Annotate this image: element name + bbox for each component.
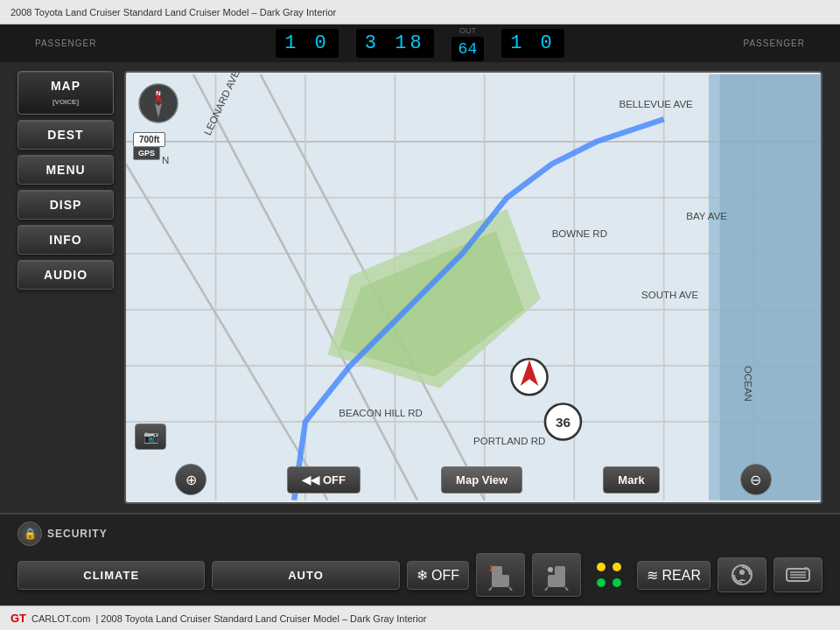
security-row: 🔒 SECURITY: [18, 522, 822, 546]
front-seat-icon: [487, 559, 514, 591]
dashboard-display: PASSENGER 1 0 3 18 OUT 64 1 0 PASSENGER: [0, 24, 840, 62]
svg-rect-38: [492, 575, 509, 587]
fan-off-label: ❄ OFF: [416, 567, 459, 584]
nav-btn-map[interactable]: MAP[VOICE]: [18, 71, 114, 115]
indicator-yellow-2: [612, 563, 621, 571]
svg-point-42: [548, 567, 553, 572]
display-left-value: 1 0: [276, 29, 339, 58]
indicator-dots-panel: [588, 556, 630, 594]
security-label: SECURITY: [47, 528, 108, 540]
top-title: 2008 Toyota Land Cruiser Standard Land C…: [10, 7, 336, 18]
svg-rect-20: [720, 74, 821, 500]
compass: N: [136, 81, 180, 125]
fan-rear-button[interactable]: ≋ REAR: [637, 561, 710, 590]
svg-text:BELLEVUE AVE: BELLEVUE AVE: [619, 100, 693, 110]
svg-text:BOWNE RD: BOWNE RD: [552, 228, 607, 239]
indicator-green-1: [597, 578, 606, 587]
bottom-watermark-bar: GT CARLOT.com | 2008 Toyota Land Cruiser…: [0, 606, 840, 630]
indicator-top-row: [595, 561, 623, 573]
nav-btn-menu[interactable]: MENU: [18, 155, 114, 185]
scale-bar: 700ft: [133, 132, 165, 147]
zoom-in-button[interactable]: ⊕: [175, 464, 206, 495]
indicator-yellow-1: [597, 563, 606, 571]
svg-rect-40: [548, 575, 565, 587]
nav-unit: MAP[VOICE] DEST MENU DISP INFO AUDIO: [0, 62, 840, 513]
display-left-group: 1 0: [276, 29, 339, 58]
svg-text:SOUTH AVE: SOUTH AVE: [641, 290, 698, 300]
gtcarlot-site: CARLOT.com |: [32, 613, 101, 624]
svg-text:BAY AVE: BAY AVE: [686, 212, 727, 222]
indicator-bottom-row: [595, 577, 623, 589]
display-out-label: OUT: [459, 26, 476, 35]
right-icons-group: [718, 557, 822, 592]
controls-panel: 🔒 SECURITY CLIMATE AUTO ❄ OFF: [0, 513, 840, 606]
svg-rect-41: [555, 566, 565, 577]
defroster-button[interactable]: [774, 557, 822, 592]
auto-button[interactable]: AUTO: [212, 561, 399, 590]
climate-buttons: CLIMATE AUTO ❄ OFF: [18, 553, 822, 597]
nav-btn-audio[interactable]: AUDIO: [18, 260, 114, 290]
recirculation-icon: [731, 564, 753, 586]
fan-rear-label: ≋ REAR: [647, 567, 701, 584]
top-watermark-bar: 2008 Toyota Land Cruiser Standard Land C…: [0, 0, 840, 24]
svg-text:BEACON HILL RD: BEACON HILL RD: [339, 408, 423, 418]
map-svg: LEONARD AVE BELLEVUE AVE BOWNE RD BAY AV…: [126, 73, 821, 502]
defroster-icon: [785, 564, 811, 586]
nav-button-column: MAP[VOICE] DEST MENU DISP INFO AUDIO: [18, 71, 114, 504]
svg-text:OCEAN: OCEAN: [743, 366, 753, 402]
map-view-button[interactable]: Map View: [441, 466, 522, 494]
back-off-button[interactable]: ◀◀ OFF: [287, 466, 360, 494]
svg-text:PORTLAND RD: PORTLAND RD: [473, 436, 545, 446]
camera-button[interactable]: 📷: [135, 424, 166, 450]
map-container: LEONARD AVE BELLEVUE AVE BOWNE RD BAY AV…: [126, 73, 821, 502]
display-out-temp: 64: [452, 37, 485, 61]
mark-button[interactable]: Mark: [603, 466, 659, 494]
passenger-label-right: PASSENGER: [743, 38, 805, 48]
map-controls: ⊕ ◀◀ OFF Map View Mark ⊖: [126, 464, 821, 495]
display-right-value: 1 0: [501, 29, 564, 58]
front-heat-button[interactable]: [476, 553, 525, 597]
zoom-out-button[interactable]: ⊖: [740, 464, 772, 495]
climate-button[interactable]: CLIMATE: [18, 561, 205, 590]
display-right-group: 1 0: [501, 29, 564, 58]
map-screen: LEONARD AVE BELLEVUE AVE BOWNE RD BAY AV…: [124, 71, 822, 504]
bottom-title: 2008 Toyota Land Cruiser Standard Land C…: [101, 613, 426, 624]
display-time-value: 3 18: [356, 29, 434, 58]
nav-btn-disp[interactable]: DISP: [18, 190, 114, 220]
nav-btn-info[interactable]: INFO: [18, 225, 114, 255]
display-out-group: OUT 64: [452, 26, 485, 61]
gtcarlot-logo: GT: [10, 612, 26, 625]
gps-badge: GPS: [133, 146, 160, 160]
security-icon: 🔒: [18, 522, 42, 546]
indicator-green-2: [612, 578, 621, 587]
fan-off-button[interactable]: ❄ OFF: [407, 561, 469, 590]
svg-text:N: N: [162, 156, 169, 166]
rear-heat-button[interactable]: [532, 553, 581, 597]
main-content: PASSENGER 1 0 3 18 OUT 64 1 0 PASSENGER …: [0, 24, 840, 606]
svg-text:N: N: [156, 89, 161, 97]
svg-point-44: [739, 570, 745, 575]
passenger-label-left: PASSENGER: [35, 38, 97, 48]
rear-seat-icon: [543, 559, 570, 591]
display-time-group: 3 18: [356, 29, 434, 58]
svg-rect-39: [492, 566, 502, 577]
svg-text:36: 36: [556, 416, 570, 430]
nav-btn-dest[interactable]: DEST: [18, 120, 114, 150]
recirculation-button[interactable]: [718, 557, 766, 592]
center-display: 1 0 3 18 OUT 64 1 0: [276, 26, 564, 61]
